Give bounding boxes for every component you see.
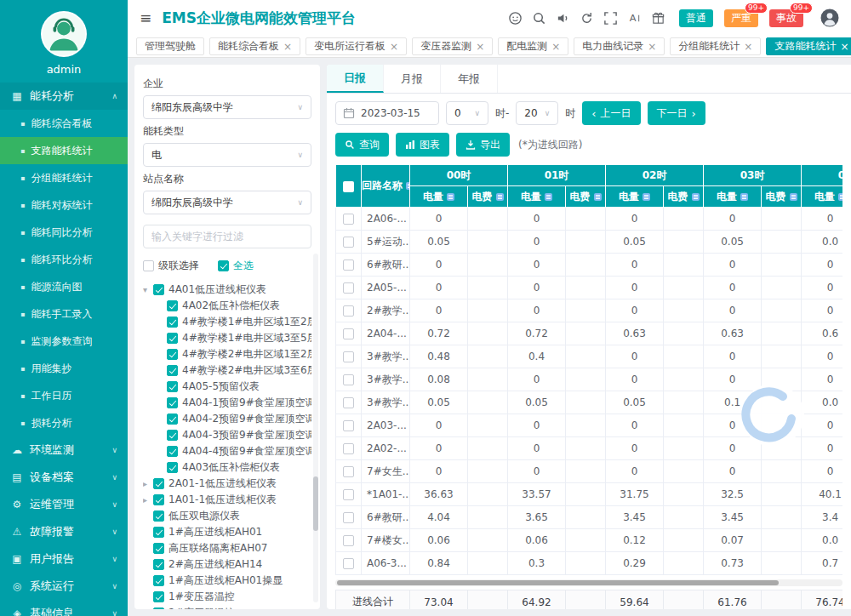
tree-node[interactable]: 4A04-4预留9#食堂屋顶空调机组仪表 — [143, 443, 311, 459]
search-icon[interactable] — [532, 11, 546, 26]
horizontal-scrollbar[interactable] — [335, 579, 842, 586]
tab-0[interactable]: 管理驾驶舱 — [136, 37, 204, 55]
close-icon[interactable]: × — [551, 42, 560, 52]
tree-checkbox-checked[interactable] — [167, 300, 178, 311]
sort-icon[interactable] — [406, 182, 410, 190]
row-checkbox[interactable] — [343, 351, 354, 362]
tab-3[interactable]: 变压器监测× — [412, 37, 493, 55]
next-day-button[interactable]: 下一日 › — [648, 101, 705, 125]
sound-icon[interactable] — [556, 11, 570, 26]
hour-from-select[interactable]: 0 ∨ — [446, 101, 488, 125]
sort-icon[interactable] — [692, 193, 700, 201]
row-checkbox[interactable] — [343, 558, 354, 569]
sort-icon[interactable] — [496, 193, 504, 201]
close-icon[interactable]: × — [390, 42, 398, 52]
tree-checkbox-checked[interactable] — [167, 446, 178, 457]
row-checkbox[interactable] — [343, 374, 354, 385]
sidebar-item-10[interactable]: ▪工作日历 — [0, 382, 128, 409]
tree-caret-icon[interactable]: ▸ — [143, 495, 153, 505]
sidebar-item-4[interactable]: ▪能耗同比分析 — [0, 219, 128, 246]
sidebar-section-5[interactable]: ▣用户报告∨ — [0, 545, 128, 573]
tree-checkbox-checked[interactable] — [167, 365, 178, 376]
sidebar-section-4[interactable]: ⚠故障报警∨ — [0, 518, 128, 545]
tree-scrollbar-thumb[interactable] — [313, 476, 318, 531]
tree-checkbox-checked[interactable] — [153, 543, 164, 554]
sidebar-item-3[interactable]: ▪能耗对标统计 — [0, 191, 128, 219]
row-checkbox[interactable] — [343, 512, 354, 523]
tree-checkbox-checked[interactable] — [153, 510, 164, 522]
sidebar-section-2[interactable]: ▤设备档案∨ — [0, 464, 128, 491]
tree-node[interactable]: 4A05-5预留仪表 — [143, 379, 311, 395]
chart-button[interactable]: 图表 — [396, 133, 449, 157]
select-all-checkbox[interactable] — [218, 260, 229, 271]
tree-scrollbar[interactable] — [313, 254, 318, 602]
tree-node[interactable]: 4A03低压补偿柜仪表 — [143, 459, 311, 476]
tree-node[interactable]: ▸1A01-1低压进线柜仪表 — [143, 492, 311, 508]
row-checkbox[interactable] — [343, 328, 354, 339]
sort-icon[interactable] — [838, 193, 842, 201]
refresh-icon[interactable] — [580, 11, 594, 26]
site-select[interactable]: 绵阳东辰高级中学 ∨ — [143, 191, 311, 214]
row-checkbox[interactable] — [343, 214, 354, 225]
row-checkbox[interactable] — [343, 282, 354, 294]
horizontal-scrollbar-thumb[interactable] — [337, 580, 779, 585]
menu-collapse-icon[interactable]: ≡ — [140, 9, 151, 26]
tree-checkbox-checked[interactable] — [153, 494, 164, 505]
tree-node[interactable]: 1#高压进线柜AH01操显 — [143, 573, 311, 589]
sort-icon[interactable] — [790, 193, 797, 201]
row-checkbox[interactable] — [343, 489, 354, 500]
tree-checkbox-checked[interactable] — [153, 478, 164, 489]
sidebar-item-1[interactable]: ▪支路能耗统计 — [0, 137, 128, 164]
tree-node[interactable]: 4#教学楼1#电井区域3至5层动力仪表 — [143, 330, 311, 346]
report-tab-0[interactable]: 日报 — [327, 65, 384, 93]
row-checkbox[interactable] — [343, 237, 354, 248]
tree-checkbox-checked[interactable] — [167, 381, 178, 392]
tree-node[interactable]: 2#高压进线柜AH14 — [143, 556, 311, 573]
tab-2[interactable]: 变电所运行看板× — [306, 37, 407, 55]
tree-node[interactable]: 4A04-2预留9#食堂屋顶空调机组仪表 — [143, 411, 311, 427]
energy-type-select[interactable]: 电 ∨ — [143, 143, 311, 167]
report-tab-1[interactable]: 月报 — [384, 65, 441, 93]
tree-node[interactable]: ▾4A01低压进线柜仪表 — [143, 282, 311, 298]
company-select[interactable]: 绵阳东辰高级中学 ∨ — [143, 95, 311, 119]
tree-node[interactable]: 4#教学楼1#电井区域1至2层动力仪表 — [143, 314, 311, 330]
row-checkbox[interactable] — [343, 535, 354, 546]
keyword-filter-input[interactable] — [143, 225, 311, 248]
row-checkbox[interactable] — [343, 420, 354, 431]
sidebar-section-6[interactable]: ◎系统运行∨ — [0, 573, 128, 600]
tab-1[interactable]: 能耗综合看板× — [209, 37, 300, 55]
tree-node[interactable]: 1#高压进线柜AH01 — [143, 524, 311, 540]
status-badge-severe[interactable]: 严重99+ — [724, 9, 758, 27]
query-button[interactable]: 查询 — [335, 133, 389, 157]
row-checkbox[interactable] — [343, 397, 354, 408]
sidebar-item-0[interactable]: ▪能耗综合看板 — [0, 110, 128, 137]
select-all-rows-checkbox[interactable] — [336, 165, 362, 208]
support-icon[interactable] — [508, 11, 523, 26]
sidebar-item-8[interactable]: ▪监测参数查询 — [0, 328, 128, 355]
tree-node[interactable]: 4A02低压补偿柜仪表 — [143, 298, 311, 314]
font-size-icon[interactable]: A — [627, 11, 642, 26]
close-icon[interactable]: × — [648, 42, 656, 52]
status-badge-accident[interactable]: 事故99+ — [769, 9, 803, 27]
row-checkbox[interactable] — [343, 443, 354, 454]
tree-checkbox-checked[interactable] — [153, 559, 164, 570]
sidebar-section-0[interactable]: ▦能耗分析∧ — [0, 83, 128, 110]
tree-checkbox-checked[interactable] — [153, 607, 164, 609]
sidebar-item-6[interactable]: ▪能源流向图 — [0, 273, 128, 300]
sidebar-section-7[interactable]: ◈基础信息∨ — [0, 600, 128, 616]
fullscreen-icon[interactable] — [603, 11, 618, 26]
tab-5[interactable]: 电力曲线记录× — [574, 37, 665, 55]
tree-node[interactable]: 4#教学楼2#电井区域3至6层动力仪表 — [143, 362, 311, 379]
tree-node[interactable]: 低压双电源仪表 — [143, 508, 311, 524]
sidebar-section-3[interactable]: ⚙运维管理∨ — [0, 491, 128, 518]
tree-node[interactable]: ▸2A01-1低压进线柜仪表 — [143, 476, 311, 492]
row-checkbox[interactable] — [343, 260, 354, 271]
close-icon[interactable]: × — [476, 42, 484, 52]
tree-caret-icon[interactable]: ▾ — [143, 285, 153, 294]
sort-icon[interactable] — [643, 193, 650, 201]
sidebar-item-9[interactable]: ▪用能集抄 — [0, 355, 128, 382]
tree-checkbox-checked[interactable] — [167, 333, 178, 344]
tree-checkbox-checked[interactable] — [153, 527, 164, 538]
tree-checkbox-checked[interactable] — [167, 430, 178, 441]
export-button[interactable]: 导出 — [456, 133, 510, 157]
